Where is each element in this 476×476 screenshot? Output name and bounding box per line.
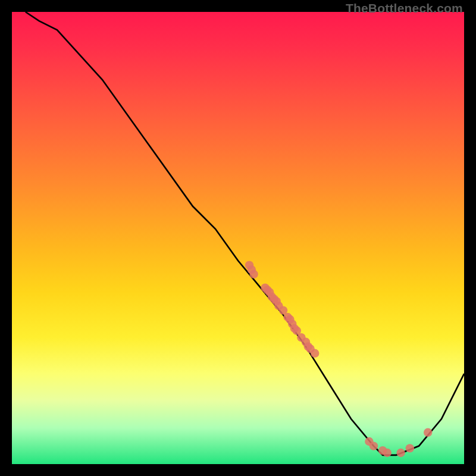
data-point (383, 449, 392, 457)
data-point (396, 449, 405, 457)
data-point (249, 270, 258, 278)
data-point (311, 349, 319, 358)
data-points (245, 261, 433, 457)
plot-area (12, 12, 464, 464)
bottleneck-curve (26, 12, 464, 455)
data-point (406, 444, 414, 452)
data-point (424, 428, 432, 437)
chart-stage: TheBottleneck.com (0, 0, 476, 476)
bottleneck-curve-svg (12, 12, 464, 464)
data-point (369, 441, 378, 450)
